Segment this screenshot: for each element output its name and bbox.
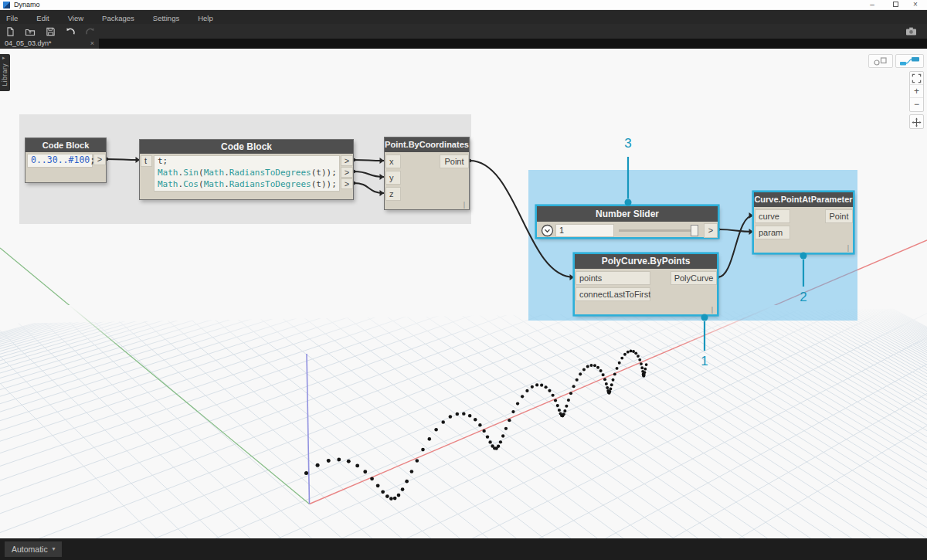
input-port-connectLastToFirst[interactable]: connectLastToFirst — [576, 287, 650, 301]
code-line: t; — [154, 155, 340, 167]
zoom-fit-button[interactable] — [910, 72, 923, 85]
maximize-button[interactable] — [885, 0, 905, 10]
code-area[interactable]: t;Math.Sin(Math.RadiansToDegrees(t));Mat… — [154, 155, 340, 192]
camera-icon — [901, 26, 921, 36]
library-expand-icon: ▸ — [2, 55, 5, 61]
code-line: 0..30..#100; — [27, 154, 93, 166]
annotation-label-3: 3 — [619, 136, 637, 151]
new-file-icon — [0, 26, 20, 37]
node-curve-point-at-parameter[interactable]: Curve.PointAtParametercurveparamPoint| — [753, 192, 854, 253]
new-file-button[interactable] — [0, 24, 20, 39]
slider-handle[interactable] — [691, 225, 698, 236]
node-header-code-block-1[interactable]: Code Block — [25, 138, 106, 152]
input-port-param[interactable]: param — [755, 226, 790, 239]
helix-point-cloud — [304, 349, 648, 500]
node-polycurve-by-points[interactable]: PolyCurve.ByPointspointsconnectLastToFir… — [574, 253, 718, 315]
menu-bar: FileEditViewPackagesSettingsHelp — [0, 10, 927, 24]
run-mode-dropdown[interactable]: Automatic ▼ — [5, 541, 62, 557]
geometry-view-toggle[interactable] — [868, 54, 893, 68]
code-line: Math.Cos(Math.RadiansToDegrees(t)); — [154, 178, 340, 190]
lacing-indicator[interactable]: | — [464, 201, 465, 209]
slider-collapse-button[interactable] — [541, 224, 554, 237]
redo-button[interactable] — [80, 24, 100, 39]
app-title: Dynamo — [14, 1, 40, 8]
input-port-x[interactable]: x — [385, 154, 401, 168]
output-port-0[interactable]: > — [341, 155, 353, 166]
tab-bar: 04_05_03.dyn* × — [0, 39, 927, 49]
run-mode-value: Automatic — [12, 545, 48, 554]
run-bar: Automatic ▼ — [0, 538, 927, 560]
output-port-PolyCurve[interactable]: PolyCurve — [671, 271, 717, 285]
undo-icon — [60, 26, 80, 36]
tab-label: 04_05_03.dyn* — [5, 39, 52, 49]
tab-close-icon[interactable]: × — [90, 39, 94, 48]
slider-value-field[interactable]: 1 — [555, 224, 614, 237]
chevron-circle-icon — [541, 226, 554, 239]
library-panel-collapsed[interactable]: ▸ Library — [0, 54, 10, 91]
input-port-y[interactable]: y — [385, 171, 401, 185]
lacing-indicator[interactable]: | — [711, 306, 713, 314]
graph-view-icon — [899, 56, 920, 69]
node-number-slider[interactable]: Number Slider1> — [536, 205, 718, 238]
output-port-Point[interactable]: Point — [825, 209, 853, 223]
redo-icon — [80, 26, 100, 36]
node-header-point-by-coordinates[interactable]: Point.ByCoordinates — [385, 137, 469, 152]
output-port-2[interactable]: > — [341, 178, 353, 189]
input-port-z[interactable]: z — [385, 187, 401, 201]
node-code-block-2[interactable]: Code Blockt;Math.Sin(Math.RadiansToDegre… — [139, 139, 354, 200]
output-port-0[interactable]: > — [704, 223, 718, 238]
save-button[interactable] — [40, 24, 60, 39]
node-header-polycurve-by-points[interactable]: PolyCurve.ByPoints — [575, 254, 717, 269]
annotation-label-2: 2 — [794, 290, 813, 305]
open-button[interactable] — [20, 24, 40, 39]
graph-view-toggle[interactable] — [895, 54, 924, 68]
title-bar: Dynamo – × — [0, 0, 927, 10]
input-port-points[interactable]: points — [576, 271, 650, 285]
toolbar — [0, 24, 927, 39]
pan-icon — [912, 117, 922, 130]
code-line: Math.Sin(Math.RadiansToDegrees(t)); — [154, 167, 340, 178]
node-code-block-1[interactable]: Code Block0..30..#100;> — [25, 137, 107, 183]
pan-button[interactable] — [909, 114, 924, 129]
workspace-tab[interactable]: 04_05_03.dyn* × — [0, 39, 99, 49]
close-button[interactable]: × — [905, 0, 925, 10]
input-port-curve[interactable]: curve — [755, 209, 790, 223]
geometry-view-icon — [872, 56, 889, 69]
node-header-code-block-2[interactable]: Code Block — [140, 140, 353, 154]
output-port-1[interactable]: > — [341, 167, 353, 178]
node-header-number-slider[interactable]: Number Slider — [537, 206, 718, 222]
dynamo-logo-icon — [3, 2, 10, 8]
maximize-icon — [893, 2, 898, 7]
chevron-down-icon: ▼ — [51, 541, 56, 557]
minimize-button[interactable]: – — [862, 0, 882, 10]
workspace-canvas[interactable]: Code Block0..30..#100;>Code Blockt;Math.… — [0, 49, 927, 538]
undo-button[interactable] — [60, 24, 80, 39]
lacing-indicator[interactable]: | — [847, 244, 849, 252]
node-point-by-coordinates[interactable]: Point.ByCoordinatesxyzPoint| — [384, 137, 470, 210]
open-icon — [20, 26, 40, 37]
camera-button[interactable] — [901, 24, 921, 39]
save-icon — [40, 26, 60, 37]
node-header-curve-point-at-parameter[interactable]: Curve.PointAtParameter — [754, 192, 853, 207]
view-toggle-group — [866, 54, 924, 68]
code-area[interactable]: 0..30..#100; — [27, 154, 93, 168]
output-port-Point[interactable]: Point — [440, 154, 469, 168]
zoom-in-button[interactable]: + — [910, 85, 923, 98]
input-port-t[interactable]: t — [141, 155, 152, 167]
slider-track[interactable] — [619, 229, 698, 232]
annotation-label-1: 1 — [695, 354, 714, 369]
zoom-controls: +− — [909, 71, 924, 112]
zoom-out-button[interactable]: − — [910, 98, 923, 111]
output-port-0[interactable]: > — [93, 154, 106, 165]
library-label: Library — [1, 63, 8, 86]
